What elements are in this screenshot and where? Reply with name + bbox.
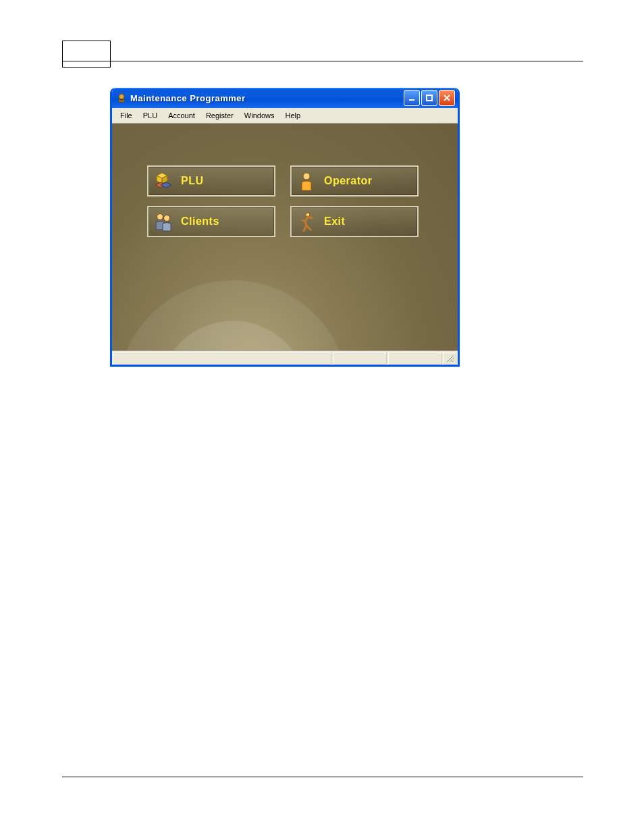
exit-label: Exit (324, 215, 345, 228)
svg-point-10 (164, 215, 170, 221)
menu-file[interactable]: File (115, 110, 138, 121)
minimize-button[interactable] (404, 90, 420, 106)
menu-windows[interactable]: Windows (239, 110, 280, 121)
app-window: Maintenance Programmer File PLU Account … (110, 88, 460, 367)
page-footer-rule (62, 777, 583, 777)
page-header-box (62, 41, 111, 68)
status-cell-1 (333, 353, 387, 365)
close-button[interactable] (439, 90, 455, 106)
page-header-rule (62, 61, 583, 61)
runner-icon (296, 211, 317, 232)
svg-rect-2 (427, 95, 432, 101)
plu-label: PLU (181, 175, 204, 187)
menu-plu[interactable]: PLU (138, 110, 163, 121)
svg-point-9 (157, 214, 163, 220)
boxes-icon (153, 170, 174, 192)
svg-rect-1 (409, 99, 414, 101)
menu-help[interactable]: Help (279, 110, 306, 121)
menu-account[interactable]: Account (163, 110, 200, 121)
client-area: PLU Operator (112, 124, 458, 350)
svg-point-8 (303, 173, 310, 180)
clients-button[interactable]: Clients (147, 206, 275, 237)
status-cell-main (113, 353, 331, 365)
status-cell-2 (388, 353, 442, 365)
operator-label: Operator (324, 175, 373, 187)
plu-button[interactable]: PLU (147, 165, 275, 197)
menu-register[interactable]: Register (200, 110, 239, 121)
statusbar (112, 350, 458, 366)
operator-button[interactable]: Operator (290, 165, 419, 197)
people-icon (153, 211, 174, 232)
svg-point-0 (119, 94, 124, 99)
clients-label: Clients (181, 215, 219, 228)
titlebar[interactable]: Maintenance Programmer (112, 88, 458, 108)
maximize-button[interactable] (421, 90, 437, 106)
app-icon (116, 93, 127, 103)
person-icon (296, 170, 317, 192)
window-title: Maintenance Programmer (130, 93, 404, 103)
resize-grip[interactable] (443, 353, 456, 365)
svg-line-14 (452, 361, 454, 362)
exit-button[interactable]: Exit (290, 206, 419, 237)
menubar: File PLU Account Register Windows Help (112, 108, 458, 124)
